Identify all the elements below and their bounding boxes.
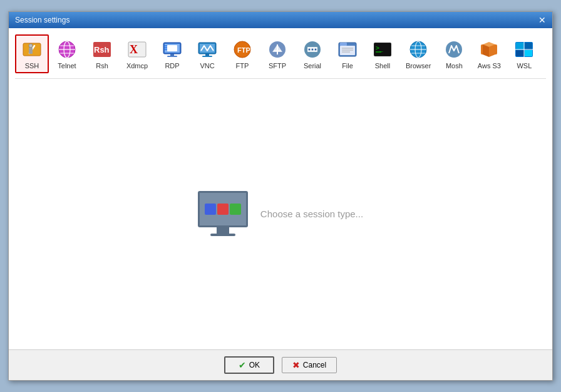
awss3-icon (478, 38, 500, 61)
session-type-sftp[interactable]: SFTP (260, 34, 294, 73)
title-bar: Session settings ✕ (9, 12, 552, 28)
wsl-label: WSL (517, 62, 532, 70)
session-type-file[interactable]: File (331, 34, 364, 73)
session-type-rdp[interactable]: RDP (155, 34, 189, 73)
svg-rect-18 (165, 45, 167, 46)
svg-rect-60 (516, 43, 524, 49)
svg-rect-19 (165, 47, 167, 48)
svg-rect-61 (525, 43, 532, 49)
serial-icon (301, 38, 324, 61)
svg-rect-25 (205, 54, 209, 56)
monitor-screen (198, 191, 248, 227)
ssh-label: SSH (25, 62, 39, 70)
dialog-body: SSH Telnet (9, 28, 552, 349)
svg-rect-22 (167, 56, 177, 57)
rsh-icon: ⚙ Rsh (91, 38, 113, 61)
svg-rect-63 (525, 50, 532, 56)
session-settings-dialog: Session settings ✕ SSH (8, 11, 553, 381)
svg-text:FTP: FTP (237, 46, 250, 54)
mosh-label: Mosh (446, 62, 463, 70)
cube-green (230, 204, 241, 215)
cancel-label: Cancel (303, 361, 326, 369)
ftp-icon: FTP (231, 38, 254, 61)
vnc-icon (196, 38, 219, 61)
monitor-graphic (198, 191, 248, 236)
session-type-shell[interactable]: >_ Shell (366, 34, 399, 73)
svg-rect-39 (340, 43, 347, 46)
ftp-label: FTP (236, 62, 249, 70)
monitor-stand (217, 227, 229, 234)
cancel-x-icon: ✖ (292, 360, 300, 370)
mosh-icon (443, 38, 465, 61)
telnet-icon (56, 38, 78, 61)
monitor-base (210, 234, 235, 236)
shell-label: Shell (375, 62, 390, 70)
svg-text:Rsh: Rsh (94, 45, 110, 54)
wsl-icon (513, 38, 535, 61)
session-type-vnc[interactable]: VNC (190, 34, 224, 73)
telnet-label: Telnet (58, 62, 76, 70)
svg-rect-20 (165, 49, 167, 50)
svg-rect-62 (516, 50, 524, 56)
dialog-footer: ✔ OK ✖ Cancel (9, 349, 552, 380)
ok-label: OK (249, 361, 260, 369)
svg-point-35 (309, 49, 311, 51)
file-label: File (342, 62, 353, 70)
vnc-label: VNC (200, 62, 214, 70)
cubes-graphic (205, 204, 241, 215)
session-type-list: SSH Telnet (15, 34, 546, 79)
cube-blue (205, 204, 216, 215)
ok-checkmark-icon: ✔ (239, 360, 246, 370)
session-type-mosh[interactable]: Mosh (437, 34, 471, 73)
session-type-xdmcp[interactable]: X Xdmcp (120, 34, 154, 73)
placeholder-area: Choose a session type... (198, 191, 363, 236)
placeholder-text: Choose a session type... (260, 209, 363, 219)
svg-rect-17 (167, 45, 177, 51)
rsh-label: Rsh (96, 62, 108, 70)
xdmcp-icon: X (126, 38, 148, 61)
rdp-icon (161, 38, 183, 61)
shell-icon: >_ (371, 38, 394, 61)
session-type-awss3[interactable]: Aws S3 (472, 34, 506, 73)
dialog-title: Session settings (15, 16, 69, 24)
session-type-ftp[interactable]: FTP FTP (225, 34, 259, 73)
session-type-wsl[interactable]: WSL (507, 34, 541, 73)
session-type-rsh[interactable]: ⚙ Rsh Rsh (85, 34, 119, 73)
session-type-telnet[interactable]: Telnet (50, 34, 84, 73)
serial-label: Serial (304, 62, 321, 70)
session-type-ssh[interactable]: SSH (15, 34, 49, 73)
svg-rect-26 (202, 56, 212, 57)
sftp-icon (266, 38, 289, 61)
main-area: Choose a session type... (15, 84, 546, 343)
cube-red (217, 204, 229, 215)
close-button[interactable]: ✕ (538, 16, 546, 24)
svg-rect-3 (29, 48, 33, 54)
ok-button[interactable]: ✔ OK (224, 356, 274, 374)
ssh-icon (21, 38, 43, 61)
session-type-browser[interactable]: Browser (401, 34, 436, 73)
rdp-label: RDP (165, 62, 179, 70)
awss3-label: Aws S3 (478, 62, 501, 70)
file-icon (336, 38, 359, 61)
svg-text:>_: >_ (376, 44, 384, 52)
sftp-label: SFTP (269, 62, 286, 70)
svg-point-36 (312, 49, 314, 51)
cancel-button[interactable]: ✖ Cancel (282, 357, 337, 373)
svg-text:X: X (130, 43, 138, 56)
svg-rect-21 (170, 54, 174, 56)
browser-label: Browser (406, 62, 431, 70)
xdmcp-label: Xdmcp (126, 62, 148, 70)
svg-point-2 (29, 44, 33, 48)
session-type-serial[interactable]: Serial (296, 34, 329, 73)
browser-icon (407, 38, 430, 61)
svg-point-37 (315, 49, 317, 51)
